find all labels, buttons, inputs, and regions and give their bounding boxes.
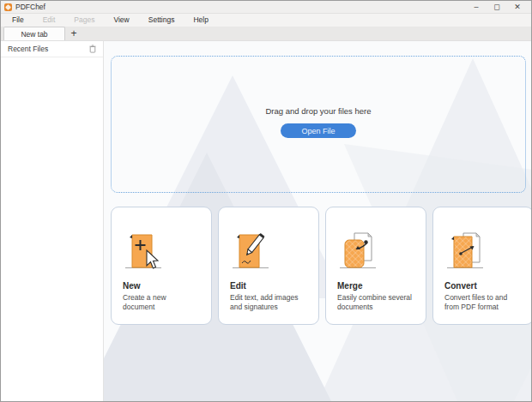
- app-window: PDFChef – ◻ ✕ File Edit Pages View Setti…: [0, 0, 532, 402]
- title-bar: PDFChef – ◻ ✕: [1, 1, 531, 14]
- main-pane: Drag and drop your files here Open File: [104, 41, 531, 401]
- card-title: New: [123, 281, 200, 291]
- tab-bar: New tab +: [1, 27, 531, 41]
- minimize-button[interactable]: –: [466, 2, 487, 13]
- card-convert[interactable]: Convert Convert files to and from PDF fo…: [432, 207, 531, 325]
- convert-document-icon: [444, 228, 522, 271]
- menu-pages: Pages: [64, 14, 104, 27]
- menu-settings[interactable]: Settings: [139, 14, 184, 27]
- menu-bar: File Edit Pages View Settings Help: [1, 14, 531, 27]
- app-title: PDFChef: [15, 3, 45, 11]
- menu-view[interactable]: View: [104, 14, 138, 27]
- card-merge[interactable]: Merge Easily combine several documents: [325, 207, 426, 325]
- add-tab-button[interactable]: +: [65, 27, 82, 40]
- close-button[interactable]: ✕: [507, 2, 528, 13]
- menu-edit: Edit: [33, 14, 65, 27]
- card-title: Edit: [230, 281, 307, 291]
- card-title: Merge: [337, 281, 414, 291]
- open-file-button[interactable]: Open File: [281, 123, 356, 138]
- edit-document-icon: [230, 228, 307, 271]
- card-description: Convert files to and from PDF format: [444, 293, 522, 313]
- trash-icon[interactable]: [89, 45, 96, 53]
- action-cards: New Create a new document: [111, 207, 531, 325]
- app-logo-icon: [4, 3, 12, 11]
- menu-help[interactable]: Help: [184, 14, 217, 27]
- menu-file[interactable]: File: [3, 14, 33, 27]
- tab-new-tab[interactable]: New tab: [3, 27, 65, 40]
- new-document-icon: [123, 228, 200, 271]
- maximize-button[interactable]: ◻: [487, 2, 507, 13]
- card-new[interactable]: New Create a new document: [111, 207, 212, 325]
- card-description: Create a new document: [123, 293, 200, 313]
- file-drop-zone[interactable]: Drag and drop your files here Open File: [111, 56, 526, 193]
- card-edit[interactable]: Edit Edit text, add images and signature…: [218, 207, 319, 325]
- card-description: Edit text, add images and signatures: [230, 293, 307, 313]
- recent-files-header: Recent Files: [8, 45, 48, 53]
- recent-files-sidebar: Recent Files: [1, 41, 104, 401]
- card-description: Easily combine several documents: [337, 293, 414, 313]
- drop-zone-message: Drag and drop your files here: [265, 106, 371, 116]
- card-title: Convert: [444, 281, 522, 291]
- merge-documents-icon: [337, 228, 414, 271]
